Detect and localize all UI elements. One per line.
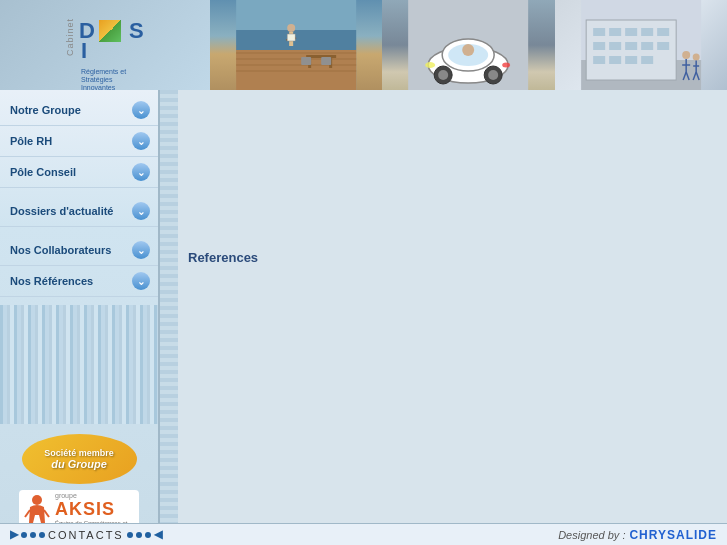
svg-point-55	[32, 495, 42, 505]
svg-rect-6	[236, 64, 356, 66]
chevron-icon: ⌄	[132, 272, 150, 290]
svg-line-56	[25, 510, 30, 517]
sidebar: Notre Groupe ⌄ Pôle RH ⌄ Pôle Conseil ⌄ …	[0, 90, 160, 545]
top-image-1	[210, 0, 382, 90]
svg-rect-36	[593, 42, 605, 50]
svg-rect-2	[236, 30, 356, 50]
aksis-name: AKSIS	[55, 499, 135, 520]
svg-rect-5	[236, 58, 356, 60]
nav-spacer-1	[0, 188, 158, 196]
svg-point-21	[462, 44, 474, 56]
svg-rect-44	[641, 56, 653, 64]
arrow-left-icon: ▶	[10, 528, 18, 541]
svg-rect-16	[321, 57, 331, 65]
sidebar-item-label: Notre Groupe	[10, 104, 81, 116]
svg-rect-41	[593, 56, 605, 64]
chevron-icon: ⌄	[132, 202, 150, 220]
svg-rect-11	[287, 34, 295, 41]
logo-square	[99, 20, 121, 42]
svg-rect-15	[301, 57, 311, 65]
top-image-3	[555, 0, 727, 90]
references-title: References	[188, 250, 258, 265]
dot-4	[127, 532, 133, 538]
svg-rect-39	[641, 42, 653, 50]
svg-point-23	[438, 70, 448, 80]
nav-spacer-2	[0, 227, 158, 235]
dot-5	[136, 532, 142, 538]
svg-point-26	[425, 62, 435, 68]
sidebar-item-label: Nos Références	[10, 275, 93, 287]
badge-line2: du Groupe	[51, 458, 107, 470]
content-area: References	[160, 90, 727, 545]
svg-rect-7	[236, 70, 356, 72]
svg-rect-34	[641, 28, 653, 36]
chevron-icon: ⌄	[132, 163, 150, 181]
top-image-2-svg	[382, 0, 554, 90]
logo-box: Cabinet D S I Réglements et Stratégies I…	[65, 18, 145, 73]
logo-area: Cabinet D S I Réglements et Stratégies I…	[0, 0, 210, 90]
bottom-bar: ▶ CONTACTS ◀ Designed by : CHRYSALIDE	[0, 523, 727, 545]
svg-point-8	[287, 24, 295, 32]
svg-rect-42	[609, 56, 621, 64]
sidebar-stripe-area	[0, 305, 158, 424]
dot-6	[145, 532, 151, 538]
svg-rect-31	[593, 28, 605, 36]
top-banner: Cabinet D S I Réglements et Stratégies I…	[0, 0, 727, 90]
vertical-stripe	[0, 305, 158, 424]
main-layout: Notre Groupe ⌄ Pôle RH ⌄ Pôle Conseil ⌄ …	[0, 90, 727, 545]
top-image-1-svg	[210, 0, 382, 90]
logo-tagline: Réglements et Stratégies Innovantes	[81, 68, 145, 93]
content-vertical-stripe	[160, 90, 178, 545]
aksis-groupe-label: groupe	[55, 492, 135, 499]
svg-point-27	[502, 63, 510, 68]
svg-line-57	[44, 510, 49, 517]
logo-cabinet-text: Cabinet	[65, 18, 75, 56]
svg-rect-37	[609, 42, 621, 50]
svg-rect-4	[236, 52, 356, 54]
aksis-badge: Société membre du Groupe	[22, 434, 137, 484]
top-images	[210, 0, 727, 90]
sidebar-item-pole-conseil[interactable]: Pôle Conseil ⌄	[0, 157, 158, 188]
svg-point-25	[488, 70, 498, 80]
sidebar-item-label: Nos Collaborateurs	[10, 244, 111, 256]
chevron-icon: ⌄	[132, 101, 150, 119]
badge-line1: Société membre	[44, 448, 114, 458]
logo-s: S	[129, 18, 144, 44]
svg-rect-43	[625, 56, 637, 64]
sidebar-item-pole-rh[interactable]: Pôle RH ⌄	[0, 126, 158, 157]
designed-by-label: Designed by :	[558, 529, 625, 541]
contacts-label[interactable]: CONTACTS	[48, 529, 124, 541]
arrow-right-icon: ◀	[154, 528, 162, 541]
svg-rect-33	[625, 28, 637, 36]
logo-letters: D S	[79, 18, 145, 44]
svg-rect-40	[657, 42, 669, 50]
dot-1	[21, 532, 27, 538]
chevron-icon: ⌄	[132, 241, 150, 259]
dot-3	[39, 532, 45, 538]
chevron-icon: ⌄	[132, 132, 150, 150]
svg-point-50	[692, 54, 699, 61]
svg-rect-32	[609, 28, 621, 36]
svg-rect-35	[657, 28, 669, 36]
sidebar-item-label: Pôle Conseil	[10, 166, 76, 178]
top-image-2	[382, 0, 554, 90]
sidebar-item-notre-groupe[interactable]: Notre Groupe ⌄	[0, 95, 158, 126]
sidebar-item-label: Pôle RH	[10, 135, 52, 147]
chrysalide-label[interactable]: CHRYSALIDE	[629, 528, 717, 542]
sidebar-item-dossiers[interactable]: Dossiers d'actualité ⌄	[0, 196, 158, 227]
sidebar-item-label: Dossiers d'actualité	[10, 205, 114, 217]
top-image-3-svg	[555, 0, 727, 90]
bottom-contacts-area[interactable]: ▶ CONTACTS ◀	[10, 528, 162, 541]
dot-2	[30, 532, 36, 538]
bottom-designed-area: Designed by : CHRYSALIDE	[558, 528, 717, 542]
logo-i: I	[81, 38, 87, 64]
sidebar-item-references[interactable]: Nos Références ⌄	[0, 266, 158, 297]
logo-dsi: D S I Réglements et Stratégies Innovante…	[79, 18, 145, 93]
sidebar-item-collaborateurs[interactable]: Nos Collaborateurs ⌄	[0, 235, 158, 266]
svg-rect-38	[625, 42, 637, 50]
svg-point-45	[682, 51, 690, 59]
